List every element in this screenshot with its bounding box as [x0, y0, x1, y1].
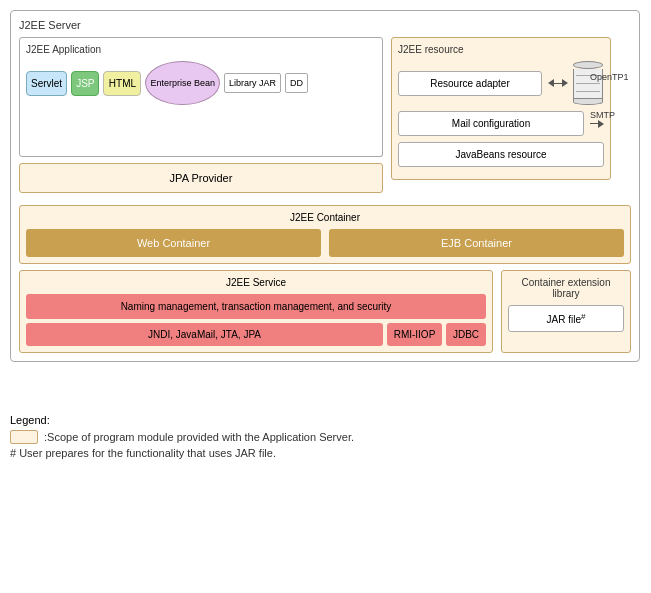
comp-html: HTML [103, 71, 141, 96]
j2ee-app-box: J2EE Application Servlet JSP HTML Enterp… [19, 37, 383, 157]
container-ext-label: Container extension library [508, 277, 624, 299]
external-labels-overlay: OpenTP1 SMTP [590, 72, 641, 120]
mail-arrow [590, 120, 604, 128]
mail-line [590, 123, 598, 124]
comp-servlet: Servlet [26, 71, 67, 96]
top-main-area: J2EE Application Servlet JSP HTML Enterp… [19, 37, 631, 199]
j2ee-app-stack: J2EE Application Servlet JSP HTML Enterp… [19, 37, 383, 157]
server-title: J2EE Server [19, 19, 631, 31]
jar-file-label: JAR file [547, 314, 581, 325]
j2ee-container-box: J2EE Container Web Container EJB Contain… [19, 205, 631, 264]
service-jdbc: JDBC [446, 323, 486, 346]
legend-scope-row: :Scope of program module provided with t… [10, 430, 641, 444]
jar-file-sup: # [581, 312, 585, 321]
opentp1-label: OpenTP1 [590, 72, 641, 82]
legend-scope-text: :Scope of program module provided with t… [44, 431, 354, 443]
comp-jsp: JSP [71, 71, 99, 96]
outer-server-container: J2EE Server J2EE Application Servlet JSP… [10, 10, 640, 362]
mail-config-item: Mail configuration [398, 111, 584, 136]
j2ee-container-label: J2EE Container [26, 212, 624, 223]
left-column: J2EE Application Servlet JSP HTML Enterp… [19, 37, 383, 199]
service-naming: Naming management, transaction managemen… [26, 294, 486, 319]
arrow-right-1 [548, 79, 568, 87]
j2ee-resource-box: J2EE resource Resource adapter [391, 37, 611, 180]
resource-adapter-row: Resource adapter [398, 61, 604, 105]
j2ee-service-label: J2EE Service [26, 277, 486, 288]
smtp-label: SMTP [590, 110, 641, 120]
resource-adapter-item: Resource adapter [398, 71, 542, 96]
service-jndi: JNDI, JavaMail, JTA, JPA [26, 323, 383, 346]
db-top [573, 61, 603, 69]
legend-hash-row: # User prepares for the functionality th… [10, 447, 641, 459]
bottom-section: J2EE Service Naming management, transact… [19, 270, 631, 353]
legend-title: Legend: [10, 414, 641, 426]
web-container: Web Container [26, 229, 321, 257]
service-row: JNDI, JavaMail, JTA, JPA RMI-IIOP JDBC [26, 323, 486, 346]
legend-hash-text: # User prepares for the functionality th… [10, 447, 276, 459]
comp-libjar: Library JAR [224, 73, 281, 93]
arrow-right-icon [562, 79, 568, 87]
container-ext-box: Container extension library JAR file# [501, 270, 631, 353]
connector-line-1 [554, 83, 562, 84]
ejb-container: EJB Container [329, 229, 624, 257]
legend-section: Legend: :Scope of program module provide… [10, 410, 641, 466]
mail-connector [590, 120, 604, 128]
comp-dd: DD [285, 73, 308, 93]
j2ee-resource-label: J2EE resource [398, 44, 604, 55]
app-components: Servlet JSP HTML Enterprise Bean Library… [26, 61, 376, 105]
mail-config-row: Mail configuration [398, 111, 604, 136]
javabeans-item: JavaBeans resource [398, 142, 604, 167]
javabeans-row: JavaBeans resource [398, 142, 604, 167]
comp-ejb: Enterprise Bean [145, 61, 220, 105]
mail-arrow-right [598, 120, 604, 128]
jpa-provider-box: JPA Provider [19, 163, 383, 193]
service-rmi: RMI-IIOP [387, 323, 442, 346]
j2ee-app-label: J2EE Application [26, 44, 376, 55]
jar-file-box: JAR file# [508, 305, 624, 332]
legend-swatch [10, 430, 38, 444]
container-row: Web Container EJB Container [26, 229, 624, 257]
j2ee-service-box: J2EE Service Naming management, transact… [19, 270, 493, 353]
